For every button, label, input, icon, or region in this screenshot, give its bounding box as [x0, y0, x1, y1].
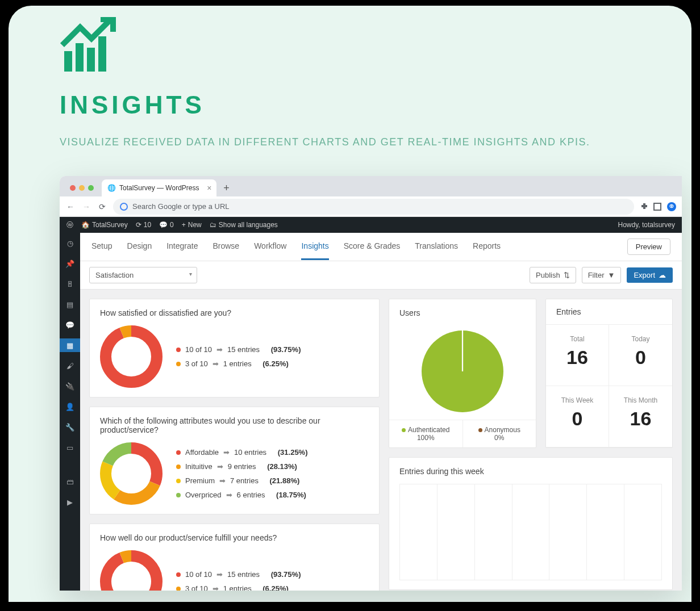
filter-icon: ▼	[608, 271, 615, 279]
legend-entries: 7 entries	[230, 476, 259, 485]
arrow-icon: ➡	[216, 570, 223, 579]
wp-logo-icon[interactable]: ⓦ	[66, 220, 73, 230]
tab-translations[interactable]: Translations	[415, 233, 458, 260]
legend-label: 10 of 10	[185, 570, 212, 579]
legend-label: Premium	[185, 476, 215, 485]
sidebar-extra1-icon[interactable]: 🗃	[60, 475, 80, 488]
sidebar-comments-icon[interactable]: 💬	[60, 318, 80, 332]
sidebar-extra2-icon[interactable]: ▶	[60, 495, 80, 509]
forward-icon[interactable]: →	[81, 202, 91, 211]
updates-link[interactable]: ⟳ 10	[136, 221, 151, 229]
questions-column: How satisfied or dissatisfied are you? 1…	[89, 299, 380, 581]
cloud-download-icon: ☁	[659, 271, 666, 279]
donut-chart	[100, 325, 163, 388]
browser-tab[interactable]: 🌐 TotalSurvey — WordPress ×	[102, 179, 216, 196]
traffic-max-icon[interactable]	[88, 185, 94, 191]
legend-entries: 6 entries	[237, 491, 265, 499]
sidebar-plugins-icon[interactable]: 🔌	[60, 379, 80, 393]
arrow-icon: ➡	[226, 491, 232, 499]
question-title: How satisfied or dissatisfied are you?	[100, 308, 369, 317]
google-icon	[120, 203, 128, 211]
legend-pct: (93.75%)	[271, 570, 301, 579]
comments-link[interactable]: 💬 0	[159, 221, 174, 229]
hero-title: INSIGHTS	[60, 91, 205, 119]
new-link[interactable]: + New	[182, 221, 202, 229]
legend-pct: (93.75%)	[271, 345, 301, 354]
omnibox[interactable]: Search Google or type a URL	[113, 199, 634, 215]
stat-today: Today0	[609, 325, 672, 386]
traffic-close-icon[interactable]	[70, 185, 76, 191]
legend-entries: 9 entries	[228, 462, 256, 471]
traffic-min-icon[interactable]	[79, 185, 85, 191]
sidebar-pages-icon[interactable]: ▤	[60, 298, 80, 311]
legend-pct: (31.25%)	[278, 448, 308, 457]
preview-button[interactable]: Preview	[627, 238, 670, 255]
svg-point-4	[120, 203, 127, 210]
users-title: Users	[399, 308, 526, 317]
browser-addrbar: ← → ⟳ Search Google or type a URL ⦿	[60, 196, 682, 217]
legend-entries: 10 entries	[234, 448, 266, 457]
window-icon[interactable]	[653, 203, 661, 211]
users-legend-auth: Authenticated100%	[389, 420, 463, 447]
tab-browse[interactable]: Browse	[213, 233, 239, 260]
legend-pct: (28.13%)	[267, 462, 297, 471]
filter-row: Satisfaction Publish ⇅ Filter ▼ Export ☁	[80, 261, 682, 290]
legend-label: Affordable	[185, 448, 219, 457]
legend-pct: (6.25%)	[262, 359, 289, 368]
filter-button[interactable]: Filter ▼	[582, 267, 622, 283]
legend-label: 3 of 10	[185, 584, 208, 591]
sidebar-settings-icon[interactable]: ▭	[60, 441, 80, 454]
legend-label: 10 of 10	[185, 345, 212, 354]
tab-workflow[interactable]: Workflow	[254, 233, 286, 260]
languages-link[interactable]: 🗂 Show all languages	[210, 221, 278, 229]
question-card: Which of the following attributes would …	[89, 407, 380, 514]
survey-select[interactable]: Satisfaction	[89, 267, 197, 283]
tab-insights[interactable]: Insights	[301, 233, 328, 260]
site-link[interactable]: 🏠 TotalSurvey	[81, 221, 128, 229]
legend-label: 3 of 10	[185, 359, 208, 368]
tab-integrate[interactable]: Integrate	[166, 233, 198, 260]
legend-row: 10 of 10 ➡ 15 entries (93.75%)	[176, 345, 301, 354]
question-card: How satisfied or dissatisfied are you? 1…	[89, 299, 380, 397]
sidebar-dashboard-icon[interactable]: ◷	[60, 236, 80, 250]
publish-icon: ⇅	[564, 271, 570, 279]
legend-pct: (6.25%)	[262, 584, 289, 591]
legend: 10 of 10 ➡ 15 entries (93.75%) 3 of 10 ➡…	[176, 345, 301, 368]
insights-logo-icon	[60, 17, 116, 76]
legend-dot-icon	[176, 450, 181, 455]
arrow-icon: ➡	[213, 359, 219, 368]
sidebar-media-icon[interactable]: 🎚	[60, 277, 80, 291]
svg-rect-3	[98, 36, 106, 72]
export-button[interactable]: Export ☁	[627, 267, 673, 283]
legend-entries: 1 entries	[223, 359, 252, 368]
tab-score-grades[interactable]: Score & Grades	[344, 233, 401, 260]
tab-reports[interactable]: Reports	[473, 233, 501, 260]
tab-design[interactable]: Design	[127, 233, 152, 260]
tab-setup[interactable]: Setup	[91, 233, 113, 260]
legend-dot-icon	[176, 587, 181, 591]
howdy-link[interactable]: Howdy, totalsurvey	[618, 221, 675, 229]
sidebar-pin-icon[interactable]: 📌	[60, 257, 80, 270]
stat-month: This Month16	[609, 386, 672, 447]
legend: Affordable ➡ 10 entries (31.25%) Inituit…	[176, 448, 308, 499]
extensions-icon[interactable]	[640, 203, 648, 211]
close-tab-icon[interactable]: ×	[207, 183, 211, 192]
entries-title: Entries	[546, 299, 672, 325]
users-pie-chart	[420, 329, 505, 414]
legend-row: 3 of 10 ➡ 1 entries (6.25%)	[176, 359, 301, 368]
publish-button[interactable]: Publish ⇅	[530, 267, 576, 283]
sidebar-survey-icon[interactable]: ▦	[60, 338, 80, 352]
legend-dot-icon	[176, 348, 181, 352]
back-icon[interactable]: ←	[65, 202, 76, 211]
new-tab-button[interactable]: +	[220, 179, 234, 196]
sidebar-appearance-icon[interactable]: 🖌	[60, 359, 80, 373]
profile-icon[interactable]: ⦿	[667, 202, 676, 211]
legend-entries: 15 entries	[227, 570, 260, 579]
week-title: Entries during this week	[399, 467, 662, 476]
sidebar-tools-icon[interactable]: 🔧	[60, 420, 80, 434]
week-chart	[399, 484, 662, 580]
users-card: Users Authenticated100% Anonymous0%	[389, 299, 536, 448]
sidebar-users-icon[interactable]: 👤	[60, 400, 80, 413]
reload-icon[interactable]: ⟳	[97, 202, 107, 211]
legend: 10 of 10 ➡ 15 entries (93.75%) 3 of 10 ➡…	[176, 570, 301, 591]
